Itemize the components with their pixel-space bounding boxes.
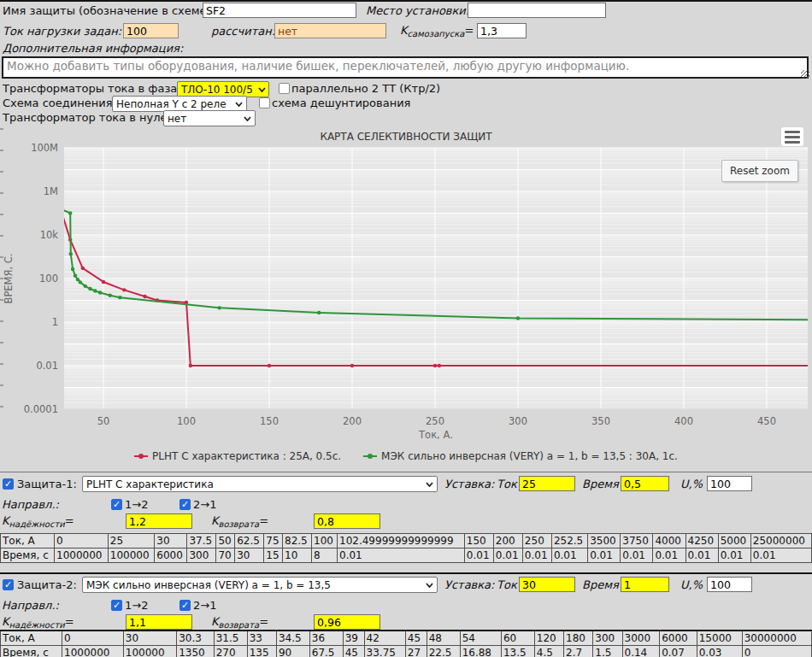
cell: 270 (214, 646, 247, 657)
cell: 30 (123, 631, 176, 646)
cell: 33.75 (364, 646, 405, 657)
cell: 200 (493, 534, 522, 548)
protection-1-dir-2-1-checkbox[interactable] (179, 499, 191, 510)
cell: 82.5 (283, 534, 312, 548)
protection-settings-page: Имя защиты (обозначение в схеме): Место … (0, 0, 812, 657)
k-reliability-label: Kнадёжности= (2, 615, 74, 628)
scheme-label: Схема соединения: (3, 97, 116, 109)
protection-1-u-input[interactable] (707, 476, 752, 491)
cell: 3000 (622, 631, 660, 646)
ct-neutral-select[interactable]: нет (163, 110, 256, 126)
protection-2-time-input[interactable] (621, 577, 669, 592)
direction-label: Направл.: (2, 599, 59, 612)
cell: 4.5 (534, 646, 563, 657)
cell: 0.01 (653, 548, 685, 563)
u-label: U,% (680, 578, 703, 591)
u-label: U,% (680, 478, 703, 490)
protection-1-enabled-checkbox[interactable] (3, 478, 14, 490)
cell: 1000000 (55, 548, 109, 563)
cell: 37.5 (187, 534, 216, 548)
location-label: Место установки: (366, 4, 469, 17)
reset-zoom-button[interactable]: Reset zoom (721, 160, 798, 182)
cell: 5000 (718, 534, 750, 548)
cell: 0.14 (622, 646, 660, 657)
protection-2-dir-2-1-checkbox[interactable] (179, 600, 191, 611)
cell: 1000000 (62, 646, 124, 657)
cell: 25 (108, 534, 155, 548)
protection-2-enabled-checkbox[interactable] (3, 579, 14, 590)
chart-menu-icon[interactable] (781, 127, 803, 146)
x-tick-label: 400 (674, 415, 693, 427)
protection-1-select[interactable]: PLHT C характеристика (82, 476, 438, 492)
protection-1-table: Ток, А0253037.55062.57582.5100102.499999… (0, 533, 812, 563)
calculated-label: рассчитан: (211, 25, 275, 38)
legend-label: PLHT C характеристика : 25A, 0.5с. (152, 450, 341, 462)
protection-name-input[interactable] (203, 3, 356, 18)
location-input[interactable] (468, 3, 606, 18)
cell: 54 (460, 631, 501, 646)
protection-2-dir-1-2-checkbox[interactable] (111, 600, 122, 611)
protection-1-dir-1-2-checkbox[interactable] (111, 499, 122, 510)
protection-2-k-return-input[interactable] (314, 614, 380, 630)
protection-1-k-reliability-input[interactable] (126, 513, 192, 529)
chart-legend: PLHT C характеристика : 25A, 0.5с.МЭК си… (0, 450, 812, 462)
parallel-ct-checkbox[interactable] (279, 83, 290, 94)
data-point-marker (69, 252, 73, 255)
protection-2-u-input[interactable] (707, 577, 752, 592)
protection-1-k-return-input[interactable] (314, 513, 380, 529)
cell: 0.01 (522, 548, 551, 563)
legend-item[interactable]: МЭК сильно инверсная (VERY) a = 1, b = 1… (363, 450, 678, 462)
y-tick-label: 0.01 (36, 360, 58, 372)
time-label: Время (582, 578, 619, 591)
cell: 150 (464, 534, 493, 548)
data-point-marker (74, 273, 77, 277)
cell: 22.5 (427, 646, 460, 657)
cell: 34.5 (276, 631, 309, 646)
cell: 300 (187, 548, 216, 563)
protection-1-time-input[interactable] (621, 476, 669, 491)
cell: 100000 (108, 548, 155, 563)
chevron-down-icon (426, 583, 433, 588)
cell: 27 (405, 646, 427, 657)
cell: 6000 (660, 631, 697, 646)
cell: 67.5 (309, 646, 343, 657)
cell: 30000000 (742, 631, 811, 646)
cell: 0.01 (718, 548, 750, 563)
data-point-marker (83, 285, 86, 288)
cell: 0.01 (338, 548, 465, 563)
data-point-marker (93, 289, 97, 292)
protection-2-select[interactable]: МЭК сильно инверсная (VERY) a = 1, b = 1… (82, 577, 438, 593)
data-point-marker (81, 267, 85, 270)
calculated-input[interactable] (274, 23, 386, 38)
textarea-resize-handle[interactable] (801, 70, 809, 79)
protection-2-current-input[interactable] (519, 577, 575, 592)
cell: 13.5 (501, 646, 534, 657)
cell: 3750 (621, 534, 653, 548)
protection-2-k-reliability-input[interactable] (126, 614, 192, 630)
load-current-input[interactable] (123, 23, 179, 38)
data-point-marker (122, 288, 126, 291)
protection-1-current-input[interactable] (519, 476, 575, 491)
data-point-marker (218, 306, 221, 309)
cell: 252.5 (551, 534, 587, 548)
protection-1-label: Защита-1: (17, 478, 77, 490)
cell: 3500 (588, 534, 621, 548)
row-header: Ток, А (1, 631, 62, 646)
cell: 102.49999999999999 (338, 534, 465, 548)
cell: 250 (522, 534, 551, 548)
y-tick-label: 1 (52, 316, 58, 328)
cell: 48 (427, 631, 460, 646)
cell: 50 (216, 534, 235, 548)
chart-plot[interactable]: 50100150200250300350400450100M1M10k10010… (0, 126, 812, 469)
extra-info-textarea[interactable] (2, 56, 809, 79)
cell: 45 (405, 631, 427, 646)
legend-item[interactable]: PLHT C характеристика : 25A, 0.5с. (134, 450, 341, 462)
x-axis-title: Ток, А. (418, 429, 453, 441)
legend-label: МЭК сильно инверсная (VERY) a = 1, b = 1… (381, 450, 678, 462)
cell: 0.01 (685, 548, 718, 563)
cell: 10 (283, 548, 312, 563)
k-selfstart-input[interactable] (477, 23, 527, 38)
cell: 0.01 (493, 548, 522, 563)
cell: 1.5 (593, 646, 622, 657)
deshunt-checkbox[interactable] (259, 97, 270, 109)
